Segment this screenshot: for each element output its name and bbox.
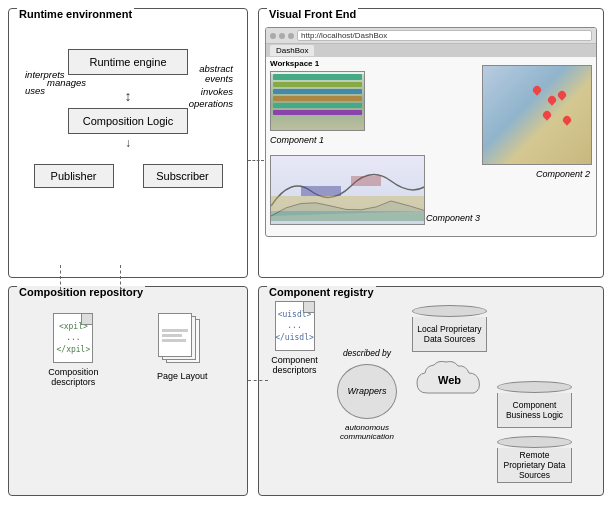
- runtime-inner: interprets uses abstract events Runtime …: [19, 49, 237, 289]
- page-layout-stack: [158, 313, 206, 367]
- invokes-label: invokes: [201, 86, 233, 97]
- browser-tab-dashbox[interactable]: DashBox: [270, 45, 314, 56]
- page-layout-doc: Page Layout: [157, 313, 208, 381]
- component1-area: [270, 71, 365, 131]
- registry-comp-desc-label: Component descriptors: [267, 355, 322, 375]
- component1-inner: [271, 74, 364, 131]
- uisdl-doc-icon: <uisdl> ... </uisdl>: [275, 301, 315, 351]
- component2-area: [482, 65, 592, 165]
- runtime-env-box: Runtime environment interprets uses abst…: [8, 8, 248, 278]
- map-pin-5: [561, 114, 572, 125]
- registry-right: Local Proprietary Data Sources Web: [412, 301, 487, 487]
- xpil-open: <xpil>: [59, 321, 88, 332]
- main-container: Runtime environment interprets uses abst…: [0, 0, 612, 520]
- chart-svg: [271, 156, 425, 225]
- publisher-box: Publisher: [34, 164, 114, 188]
- page-layout-label: Page Layout: [157, 371, 208, 381]
- cyl-top-biz: [497, 381, 572, 393]
- registry-left: <uisdl> ... </uisdl> Component descripto…: [267, 301, 322, 487]
- xpil-close: </xpil>: [57, 344, 91, 355]
- comp-logic-box: Composition Logic: [68, 108, 188, 134]
- svg-rect-0: [271, 196, 425, 211]
- svg-rect-3: [351, 176, 381, 186]
- browser-dot-3: [288, 33, 294, 39]
- map-pin-3: [556, 89, 567, 100]
- xml-doc: <xpil> ... </xpil> Composition descripto…: [48, 313, 98, 387]
- bottom-row: Composition repository <xpil> ... </xpil…: [8, 286, 604, 496]
- browser-url-bar[interactable]: http://localhost/DashBox: [297, 30, 592, 41]
- xpil-content: ...: [66, 332, 80, 343]
- component2-label: Component 2: [536, 169, 590, 179]
- browser-dot-1: [270, 33, 276, 39]
- web-cloud: Web: [412, 358, 487, 402]
- xpil-doc-icon: <xpil> ... </xpil>: [53, 313, 93, 363]
- comp-registry-title: Component registry: [267, 286, 376, 298]
- runtime-env-title: Runtime environment: [17, 8, 134, 20]
- map-pin-1: [531, 84, 542, 95]
- connector-rt-repo-1: [60, 265, 61, 290]
- map-pin-4: [541, 109, 552, 120]
- connector-rt-repo-2: [120, 265, 121, 290]
- map-bg: [483, 66, 591, 164]
- wrappers-blob: Wrappers: [337, 364, 397, 419]
- uisdl-content: ...: [287, 320, 301, 331]
- svg-rect-2: [301, 186, 341, 196]
- registry-content: <uisdl> ... </uisdl> Component descripto…: [267, 301, 595, 487]
- registry-center: described by Wrappers autonomous communi…: [332, 301, 402, 487]
- autonomous-label: autonomous communication: [332, 423, 402, 441]
- connector-h-rt-fe: [248, 160, 264, 161]
- top-row: Runtime environment interprets uses abst…: [8, 8, 604, 278]
- comp-registry-box: Component registry <uisdl> ... </uisdl> …: [258, 286, 604, 496]
- browser-tabs: DashBox: [266, 44, 596, 57]
- cyl-body-biz: Component Business Logic: [497, 393, 572, 428]
- uisdl-open: <uisdl>: [278, 309, 312, 320]
- wrappers-label: Wrappers: [347, 386, 386, 396]
- browser-bar: http://localhost/DashBox: [266, 28, 596, 44]
- browser-content: Workspace 1 Component 1: [266, 57, 596, 229]
- svg-rect-1: [271, 211, 425, 221]
- component3-area: [270, 155, 425, 225]
- operations-label: operations: [189, 98, 233, 109]
- cyl-top-remote: [497, 436, 572, 448]
- uisdl-doc: <uisdl> ... </uisdl> Component descripto…: [267, 301, 322, 375]
- workspace-label: Workspace 1: [270, 59, 319, 68]
- comp-desc-label: Composition descriptors: [48, 367, 98, 387]
- browser-mockup: http://localhost/DashBox DashBox Workspa…: [265, 27, 597, 237]
- component1-label: Component 1: [270, 135, 324, 145]
- uisdl-close: </uisdl>: [275, 332, 314, 343]
- runtime-engine-box: Runtime engine: [68, 49, 188, 75]
- described-by-label: described by: [343, 348, 391, 358]
- comp-repo-box: Composition repository <xpil> ... </xpil…: [8, 286, 248, 496]
- comp-repo-title: Composition repository: [17, 286, 145, 298]
- component3-chart: [271, 156, 424, 224]
- comp-biz-cylinder: Component Business Logic: [497, 381, 572, 428]
- cyl-top-local: [412, 305, 487, 317]
- connector-repo-registry: [248, 380, 268, 381]
- map-pin-2: [546, 94, 557, 105]
- visual-fe-title: Visual Front End: [267, 8, 358, 20]
- web-label: Web: [438, 374, 461, 386]
- component3-label: Component 3: [426, 213, 480, 223]
- registry-far-right: Component Business Logic Remote Propriet…: [497, 301, 572, 487]
- cyl-body-local: Local Proprietary Data Sources: [412, 317, 487, 352]
- visual-fe-box: Visual Front End Front End Back End http…: [258, 8, 604, 278]
- subscriber-box: Subscriber: [143, 164, 223, 188]
- repo-items: <xpil> ... </xpil> Composition descripto…: [19, 313, 237, 387]
- pub-sub-row: Publisher Subscriber: [19, 164, 237, 188]
- browser-dot-2: [279, 33, 285, 39]
- page-lines: [160, 327, 190, 344]
- remote-ds-cylinder: Remote Proprietary Data Sources: [497, 436, 572, 483]
- cyl-body-remote: Remote Proprietary Data Sources: [497, 448, 572, 483]
- page-sheet-1: [158, 313, 192, 357]
- local-ds-cylinder: Local Proprietary Data Sources: [412, 305, 487, 352]
